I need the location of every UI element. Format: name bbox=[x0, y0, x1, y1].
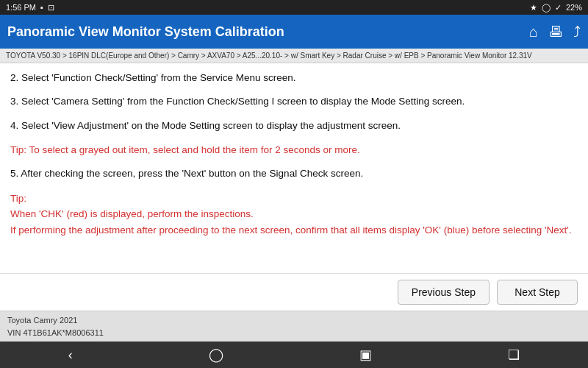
status-bar-right: ★ ◯ ✓ 22% bbox=[530, 3, 582, 13]
home-icon[interactable]: ⌂ bbox=[529, 24, 538, 40]
vehicle-name: Toyota Camry 2021 bbox=[7, 314, 581, 327]
main-content: 2. Select 'Function Check/Setting' from … bbox=[0, 63, 588, 273]
nav-bar: ‹ ◯ ▣ ❏ bbox=[0, 342, 588, 368]
tip-step5: Tip: When 'CHK' (red) is displayed, perf… bbox=[10, 191, 578, 238]
print-icon[interactable]: 🖶 bbox=[548, 24, 563, 40]
home-nav-icon[interactable]: ◯ bbox=[209, 347, 223, 363]
next-step-button[interactable]: Next Step bbox=[497, 280, 578, 305]
previous-step-button[interactable]: Previous Step bbox=[398, 280, 490, 305]
battery-icon: ◯ bbox=[542, 3, 551, 13]
instruction-step5: 5. After checking the screen, press the … bbox=[10, 166, 578, 181]
status-bar: 1:56 PM ▪ ⊡ ★ ◯ ✓ 22% bbox=[0, 0, 588, 15]
vehicle-vin: VIN 4T1B61AK*M8006311 bbox=[7, 327, 581, 339]
bluetooth-icon: ★ bbox=[530, 3, 537, 13]
footer-info: Toyota Camry 2021 VIN 4T1B61AK*M8006311 bbox=[0, 311, 588, 342]
status-icon-tablet: ▪ bbox=[40, 3, 43, 12]
recents-nav-icon[interactable]: ▣ bbox=[359, 347, 372, 363]
button-area: Previous Step Next Step bbox=[0, 273, 588, 311]
tip-step4: Tip: To select a grayed out item, select… bbox=[10, 142, 578, 158]
fullscreen-nav-icon[interactable]: ❏ bbox=[508, 347, 520, 363]
breadcrumb: TOYOTA V50.30 > 16PIN DLC(Europe and Oth… bbox=[0, 49, 588, 63]
status-bar-left: 1:56 PM ▪ ⊡ bbox=[6, 3, 54, 13]
title-bar-icons: ⌂ 🖶 ⤴ bbox=[529, 24, 581, 40]
instruction-step4: 4. Select 'View Adjustment' on the Mode … bbox=[10, 118, 578, 133]
title-bar: Panoramic View Monitor System Calibratio… bbox=[0, 15, 588, 49]
status-time: 1:56 PM bbox=[6, 3, 36, 12]
status-icon-signal: ⊡ bbox=[48, 3, 54, 13]
instruction-step3: 3. Select 'Camera Setting' from the Func… bbox=[10, 94, 578, 109]
check-icon: ✓ bbox=[555, 3, 562, 13]
back-nav-icon[interactable]: ‹ bbox=[68, 347, 73, 363]
page-title: Panoramic View Monitor System Calibratio… bbox=[7, 24, 284, 40]
export-icon[interactable]: ⤴ bbox=[573, 24, 581, 40]
instruction-step2: 2. Select 'Function Check/Setting' from … bbox=[10, 71, 578, 85]
battery-percent: 22% bbox=[566, 3, 582, 12]
